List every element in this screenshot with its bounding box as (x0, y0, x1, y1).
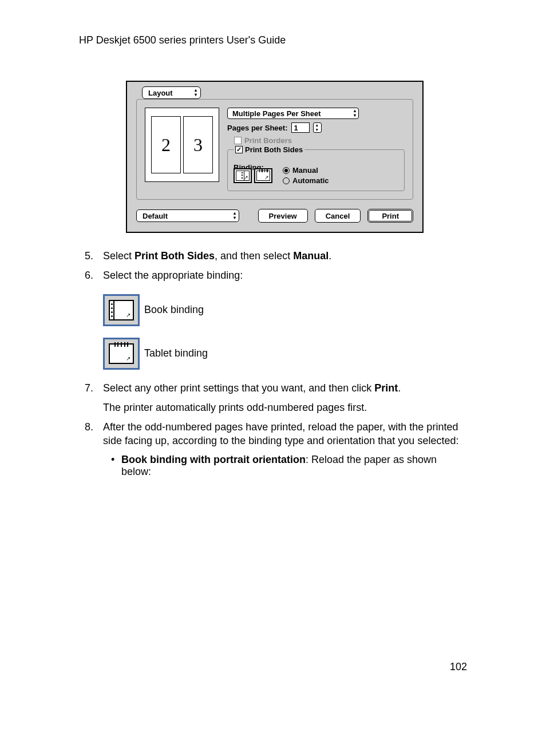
automatic-radio-label: Automatic (292, 176, 329, 185)
print-both-sides-legend: ✓ Print Both Sides (234, 145, 304, 154)
manual-radio-row[interactable]: Manual (283, 166, 329, 175)
layout-tab-label: Layout (148, 89, 173, 97)
print-both-sides-fieldset: ✓ Print Both Sides Binding: (227, 149, 405, 191)
pages-per-sheet-label: Pages per Sheet: (227, 124, 288, 132)
print-dialog-screenshot: Layout ▴▾ 2 3 Multiple Pages Per Sheet ▴… (126, 81, 467, 233)
step-5-text-post: . (329, 250, 331, 262)
automatic-radio[interactable] (283, 177, 290, 184)
step-5-text-pre: Select (103, 250, 134, 262)
tablet-binding-icon: ↗ (103, 338, 140, 370)
multiple-pages-select[interactable]: Multiple Pages Per Sheet ▴▾ (227, 108, 359, 119)
step-7-text-pre: Select any other print settings that you… (103, 382, 374, 394)
print-both-sides-label: Print Both Sides (245, 145, 303, 154)
step-5-text-mid: , and then select (215, 250, 293, 262)
book-binding-icon: ↗ (103, 294, 140, 326)
layout-controls: Multiple Pages Per Sheet ▴▾ Pages per Sh… (227, 108, 405, 191)
step-7-substep: The printer automatically prints odd-num… (103, 401, 467, 414)
step-7: 7. Select any other print settings that … (79, 381, 467, 415)
book-binding-label: Book binding (144, 304, 204, 316)
step-8-text: After the odd-numbered pages have printe… (103, 421, 458, 446)
multiple-pages-label: Multiple Pages Per Sheet (232, 109, 321, 118)
stepper-icon: ▴▾ (195, 88, 197, 97)
print-dialog: Layout ▴▾ 2 3 Multiple Pages Per Sheet ▴… (126, 81, 424, 233)
layout-tab-select[interactable]: Layout ▴▾ (142, 86, 201, 99)
print-borders-checkbox[interactable] (234, 137, 242, 144)
print-borders-row: Print Borders (234, 136, 405, 145)
print-borders-label: Print Borders (244, 136, 292, 145)
layout-preview: 2 3 (145, 108, 219, 182)
preview-page-left: 2 (151, 116, 181, 173)
tablet-binding-icon-button[interactable]: ↗ (254, 168, 272, 183)
instruction-list-continued: 7. Select any other print settings that … (79, 381, 467, 448)
dialog-footer: Default ▴▾ Preview Cancel Print (136, 209, 413, 223)
step-number: 8. (85, 420, 93, 434)
layout-groupbox: 2 3 Multiple Pages Per Sheet ▴▾ Pages pe… (136, 99, 413, 200)
tablet-binding-example: ↗ Tablet binding (103, 338, 467, 370)
instruction-list: 5. Select Print Both Sides, and then sel… (79, 249, 467, 283)
book-binding-example: ↗ Book binding (103, 294, 467, 326)
cancel-button[interactable]: Cancel (315, 209, 361, 223)
step-8-sub-bullet: Book binding with portrait orientation: … (111, 454, 467, 478)
stepper-icon: ▴▾ (234, 211, 236, 220)
step-5-bold2: Manual (293, 250, 329, 262)
step-8-sub-bold: Book binding with portrait orientation (121, 454, 306, 465)
page-header: HP Deskjet 6500 series printers User's G… (79, 34, 467, 46)
step-7-text-post: . (398, 382, 401, 394)
pages-per-sheet-input[interactable]: 1 (291, 122, 310, 133)
pages-per-sheet-stepper[interactable]: ▴▾ (313, 122, 322, 133)
binding-mode-radios: Manual Automatic (283, 166, 329, 185)
binding-icon-group: ↗ (234, 168, 272, 183)
manual-radio[interactable] (283, 167, 290, 174)
preview-page-right: 3 (183, 116, 213, 173)
manual-radio-label: Manual (292, 166, 318, 175)
step-number: 6. (85, 268, 93, 282)
book-binding-icon-button[interactable]: ↗ (234, 168, 252, 183)
preview-button[interactable]: Preview (258, 209, 308, 223)
step-6: 6. Select the appropriate binding: (79, 268, 467, 282)
step-number: 5. (85, 249, 93, 263)
step-6-text: Select the appropriate binding: (103, 270, 243, 281)
binding-row: ↗ (234, 166, 398, 185)
step-5-bold1: Print Both Sides (134, 250, 215, 262)
step-number: 7. (85, 381, 93, 395)
print-button[interactable]: Print (367, 209, 413, 223)
step-5: 5. Select Print Both Sides, and then sel… (79, 249, 467, 263)
default-preset-label: Default (143, 212, 168, 220)
stepper-icon: ▴▾ (354, 109, 356, 118)
step-7-bold: Print (374, 382, 398, 394)
default-preset-select[interactable]: Default ▴▾ (136, 209, 239, 222)
print-both-sides-checkbox[interactable]: ✓ (235, 146, 243, 153)
page-number: 102 (79, 661, 467, 673)
automatic-radio-row[interactable]: Automatic (283, 176, 329, 185)
step-8: 8. After the odd-numbered pages have pri… (79, 420, 467, 448)
pages-per-sheet-row: Pages per Sheet: 1 ▴▾ (227, 122, 405, 133)
tablet-binding-label: Tablet binding (144, 347, 208, 359)
